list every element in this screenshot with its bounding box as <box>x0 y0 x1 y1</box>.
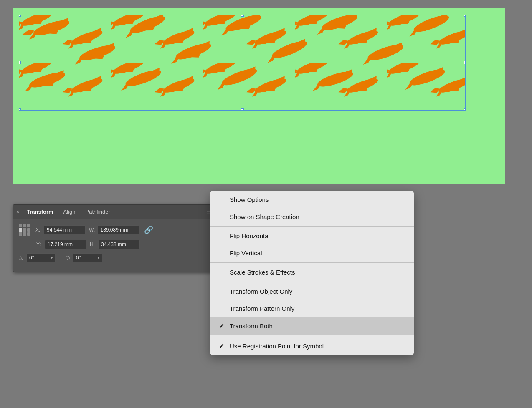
ref-cell-6 <box>27 228 30 232</box>
ref-cell-4 <box>19 228 22 232</box>
panel-close-button[interactable]: × <box>16 209 19 215</box>
rotate-group: △: ▼ <box>19 253 56 262</box>
menu-item-transform-object-label: Transform Object Only <box>230 288 405 295</box>
handle-top-middle[interactable] <box>241 15 244 17</box>
svg-rect-10 <box>19 15 465 110</box>
panel-titlebar: × Transform Align Pathfinder ≡ « <box>13 205 221 219</box>
shear-select-wrapper: ▼ <box>73 253 102 262</box>
menu-item-use-registration-label: Use Registration Point for Symbol <box>230 343 405 350</box>
panel-body: X: W: 🔗 Y: H: △: <box>13 219 221 272</box>
handle-bottom-right[interactable] <box>464 108 466 111</box>
canvas-area <box>13 8 518 188</box>
menu-item-show-on-shape-label: Show on Shape Creation <box>230 213 405 220</box>
y-field-group: Y: <box>36 240 86 249</box>
ref-cell-3 <box>27 224 30 227</box>
transform-reference-icon[interactable] <box>19 224 30 236</box>
menu-item-scale-strokes[interactable]: Scale Strokes & Effects <box>210 264 414 281</box>
w-input[interactable] <box>97 225 139 234</box>
rotate-select-wrapper: ▼ <box>26 253 56 262</box>
menu-item-flip-v-label: Flip Vertical <box>230 249 405 257</box>
shear-group: ⬡: ▼ <box>66 253 102 262</box>
menu-item-transform-both[interactable]: ✓ Transform Both <box>210 317 414 335</box>
menu-item-show-on-shape-creation[interactable]: Show on Shape Creation <box>210 208 414 225</box>
panel-row-rotate-shear: △: ▼ ⬡: ▼ <box>19 253 215 262</box>
menu-item-show-options[interactable]: Show Options <box>210 191 414 208</box>
ref-cell-8 <box>23 232 26 236</box>
tab-align[interactable]: Align <box>59 207 80 216</box>
tab-pathfinder[interactable]: Pathfinder <box>81 207 114 216</box>
shear-input[interactable] <box>73 253 102 262</box>
rotate-label: △: <box>19 255 25 261</box>
pattern-svg <box>19 15 465 110</box>
handle-middle-right[interactable] <box>464 61 466 64</box>
menu-item-transform-pattern-only[interactable]: Transform Pattern Only <box>210 300 414 317</box>
link-proportions-icon[interactable]: 🔗 <box>144 225 153 234</box>
y-label: Y: <box>36 242 42 247</box>
w-label: W: <box>89 227 95 233</box>
menu-item-use-registration-point[interactable]: ✓ Use Registration Point for Symbol <box>210 337 414 355</box>
check-use-registration: ✓ <box>219 342 226 350</box>
menu-item-transform-pattern-label: Transform Pattern Only <box>230 305 405 312</box>
shear-label: ⬡: <box>66 255 71 261</box>
h-label: H: <box>90 242 96 247</box>
menu-item-flip-horizontal[interactable]: Flip Horizontal <box>210 227 414 244</box>
handle-bottom-middle[interactable] <box>241 108 244 111</box>
menu-item-transform-object-only[interactable]: Transform Object Only <box>210 283 414 300</box>
ref-cell-9 <box>27 232 30 236</box>
menu-item-transform-both-label: Transform Both <box>230 322 405 330</box>
separator-1 <box>210 226 414 227</box>
menu-item-show-options-label: Show Options <box>230 196 405 203</box>
separator-3 <box>210 282 414 282</box>
transform-panel: × Transform Align Pathfinder ≡ « <box>13 204 221 272</box>
ref-cell-1 <box>19 224 22 227</box>
separator-2 <box>210 262 414 263</box>
menu-item-flip-h-label: Flip Horizontal <box>230 232 405 239</box>
canvas-background <box>13 8 505 184</box>
menu-item-flip-vertical[interactable]: Flip Vertical <box>210 244 414 262</box>
context-menu: Show Options Show on Shape Creation Flip… <box>210 191 414 355</box>
handle-bottom-left[interactable] <box>19 108 21 111</box>
panel-row-xw: X: W: 🔗 <box>19 224 215 236</box>
ref-cell-5 <box>23 228 26 232</box>
x-field-group: X: <box>35 225 86 234</box>
w-field-group: W: <box>89 225 139 234</box>
panel-tabs: Transform Align Pathfinder <box>23 207 203 216</box>
handle-top-right[interactable] <box>464 15 466 17</box>
handle-middle-left[interactable] <box>19 61 21 64</box>
rotate-input[interactable] <box>26 253 56 262</box>
ref-cell-2 <box>23 224 26 227</box>
h-field-group: H: <box>90 240 140 249</box>
h-input[interactable] <box>98 240 140 249</box>
pattern-rectangle[interactable] <box>19 15 466 111</box>
handle-top-left[interactable] <box>19 15 21 17</box>
tab-transform[interactable]: Transform <box>23 207 58 216</box>
separator-4 <box>210 336 414 336</box>
x-label: X: <box>35 227 41 233</box>
check-transform-both: ✓ <box>219 322 226 330</box>
y-input[interactable] <box>45 240 86 249</box>
ref-cell-7 <box>19 232 22 236</box>
menu-item-scale-strokes-label: Scale Strokes & Effects <box>230 269 405 276</box>
x-input[interactable] <box>44 225 86 234</box>
panel-row-yh: Y: H: <box>19 240 215 249</box>
